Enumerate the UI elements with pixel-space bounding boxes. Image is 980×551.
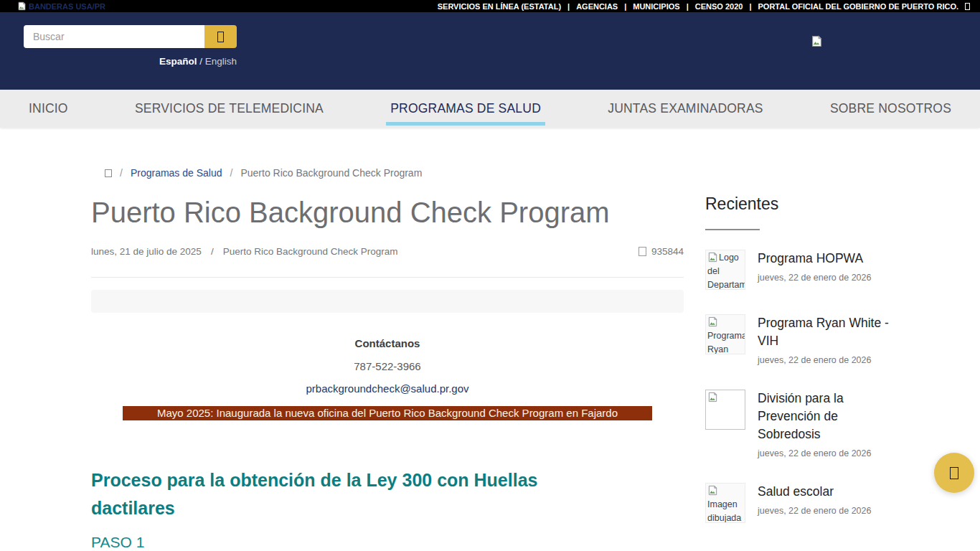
divider-line	[91, 277, 684, 278]
recent-item-programa-hopwa[interactable]: Logo del Departam Programa HOPWA jueves,…	[705, 250, 890, 290]
thumbnail-alt-text: Programa Ryan	[707, 331, 745, 354]
chat-button[interactable]	[934, 453, 974, 493]
recent-item-title[interactable]: Salud escolar	[758, 483, 871, 501]
breadcrumb-link-programas-de-salud[interactable]: Programas de Salud	[131, 167, 222, 179]
link-municipios[interactable]: MUNICIPIOS	[633, 2, 679, 11]
government-links: SERVICIOS EN LÍNEA (ESTATAL) | AGENCIAS …	[438, 2, 970, 11]
empty-alert-box	[91, 290, 684, 313]
recent-item-title[interactable]: Programa Ryan White - VIH	[758, 314, 890, 350]
step-label: PASO 1	[91, 534, 684, 551]
recent-item-date: jueves, 22 de enero de 2026	[758, 448, 890, 458]
nav-label: JUNTAS EXAMINADORAS	[608, 101, 763, 116]
recent-item-title[interactable]: División para la Prevención de Sobredosi…	[758, 390, 890, 443]
nav-label: INICIO	[29, 101, 68, 116]
recent-item-text: División para la Prevención de Sobredosi…	[758, 390, 890, 458]
thumbnail-broken-image: Imagen dibujada	[705, 483, 745, 523]
divider: |	[567, 2, 570, 11]
recent-item-text: Programa Ryan White - VIH jueves, 22 de …	[758, 314, 890, 365]
broken-image-icon	[707, 252, 718, 263]
nav-item-programas-de-salud[interactable]: PROGRAMAS DE SALUD	[390, 90, 541, 128]
article-meta-left: lunes, 21 de julio de 2025 / Puerto Rico…	[91, 246, 398, 257]
recent-item-date: jueves, 22 de enero de 2026	[758, 273, 871, 283]
nav-label: SERVICIOS DE TELEMEDICINA	[135, 101, 324, 116]
recent-item-title[interactable]: Programa HOPWA	[758, 250, 871, 268]
sidebar-heading: Recientes	[705, 194, 890, 214]
thumbnail-broken-image: Logo del Departam	[705, 250, 745, 290]
flags-broken-image: BANDERAS USA/PR	[17, 1, 105, 11]
link-censo-2020[interactable]: CENSO 2020	[695, 2, 743, 11]
contact-heading: Contáctanos	[91, 337, 684, 349]
announcement-banner: Mayo 2025: Inaugurada la nueva oficina d…	[123, 406, 652, 420]
thumbnail-alt-text: Imagen dibujada	[707, 499, 741, 523]
search-icon	[217, 32, 224, 42]
flags-alt-text: BANDERAS USA/PR	[29, 2, 105, 11]
active-tab-underline	[386, 122, 545, 126]
divider: |	[687, 2, 689, 11]
article-meta: lunes, 21 de julio de 2025 / Puerto Rico…	[91, 246, 684, 257]
main-navigation: INICIO SERVICIOS DE TELEMEDICINA PROGRAM…	[0, 90, 980, 128]
recent-items-list: Logo del Departam Programa HOPWA jueves,…	[705, 250, 890, 523]
eye-icon	[639, 247, 646, 256]
broken-image-icon	[707, 485, 718, 496]
language-switcher: Español / English	[24, 56, 237, 67]
home-icon[interactable]	[105, 169, 112, 177]
recent-item-date: jueves, 22 de enero de 2026	[758, 355, 890, 365]
view-counter: 935844	[639, 246, 684, 257]
page-title: Puerto Rico Background Check Program	[91, 196, 684, 229]
section-heading: Proceso para la obtención de la Ley 300 …	[91, 466, 615, 522]
contact-block: Contáctanos 787-522-3966 prbackgroundche…	[91, 337, 684, 395]
recent-item-salud-escolar[interactable]: Imagen dibujada Salud escolar jueves, 22…	[705, 483, 890, 523]
breadcrumb-separator: /	[120, 167, 123, 179]
site-logo-broken-image	[811, 35, 823, 50]
recent-sidebar: Recientes Logo del Departam Programa HOP…	[705, 128, 890, 551]
sidebar-heading-underline	[705, 229, 760, 230]
external-link-icon	[965, 3, 970, 10]
search-bar	[24, 25, 237, 48]
broken-image-icon	[811, 35, 823, 47]
recent-item-text: Programa HOPWA jueves, 22 de enero de 20…	[758, 250, 871, 283]
top-utility-bar: BANDERAS USA/PR SERVICIOS EN LÍNEA (ESTA…	[0, 0, 980, 12]
language-espanol[interactable]: Español	[159, 56, 197, 67]
nav-label: SOBRE NOSOTROS	[830, 101, 951, 116]
thumbnail-broken-image	[705, 390, 745, 430]
broken-image-icon	[707, 316, 718, 327]
recent-item-text: Salud escolar jueves, 22 de enero de 202…	[758, 483, 871, 516]
recent-item-date: jueves, 22 de enero de 2026	[758, 506, 871, 516]
article-column: / Programas de Salud / Puerto Rico Backg…	[91, 128, 684, 551]
nav-label: PROGRAMAS DE SALUD	[390, 101, 541, 116]
nav-item-inicio[interactable]: INICIO	[29, 90, 68, 128]
view-count: 935844	[651, 246, 684, 257]
divider: |	[749, 2, 751, 11]
recent-item-programa-ryan-white[interactable]: Programa Ryan Programa Ryan White - VIH …	[705, 314, 890, 365]
nav-item-servicios-telemedicina[interactable]: SERVICIOS DE TELEMEDICINA	[135, 90, 324, 128]
article-category: Puerto Rico Background Check Program	[223, 246, 398, 257]
search-input[interactable]	[24, 25, 204, 48]
nav-item-sobre-nosotros[interactable]: SOBRE NOSOTROS	[830, 90, 951, 128]
breadcrumb-current-page: Puerto Rico Background Check Program	[240, 167, 422, 179]
link-servicios-en-linea[interactable]: SERVICIOS EN LÍNEA (ESTATAL)	[438, 2, 561, 11]
search-button[interactable]	[204, 25, 237, 48]
chat-icon	[950, 467, 958, 479]
meta-separator: /	[211, 246, 214, 257]
thumbnail-broken-image: Programa Ryan	[705, 314, 745, 354]
contact-phone: 787-522-3966	[91, 360, 684, 372]
link-portal-oficial[interactable]: PORTAL OFICIAL DEL GOBIERNO DE PUERTO RI…	[758, 2, 958, 11]
broken-image-icon	[707, 392, 718, 402]
breadcrumb-separator: /	[230, 167, 233, 179]
recent-item-division-prevencion-sobredosis[interactable]: División para la Prevención de Sobredosi…	[705, 390, 890, 458]
site-header: Español / English	[0, 12, 980, 90]
content-area: / Programas de Salud / Puerto Rico Backg…	[0, 128, 980, 551]
breadcrumb: / Programas de Salud / Puerto Rico Backg…	[91, 167, 684, 179]
broken-image-icon	[17, 1, 27, 11]
link-agencias[interactable]: AGENCIAS	[576, 2, 618, 11]
divider: |	[624, 2, 626, 11]
language-english[interactable]: English	[205, 56, 237, 67]
nav-item-juntas-examinadoras[interactable]: JUNTAS EXAMINADORAS	[608, 90, 763, 128]
language-separator: /	[199, 56, 202, 67]
contact-email-link[interactable]: prbackgroundcheck@salud.pr.gov	[91, 382, 684, 395]
publish-date: lunes, 21 de julio de 2025	[91, 246, 202, 257]
